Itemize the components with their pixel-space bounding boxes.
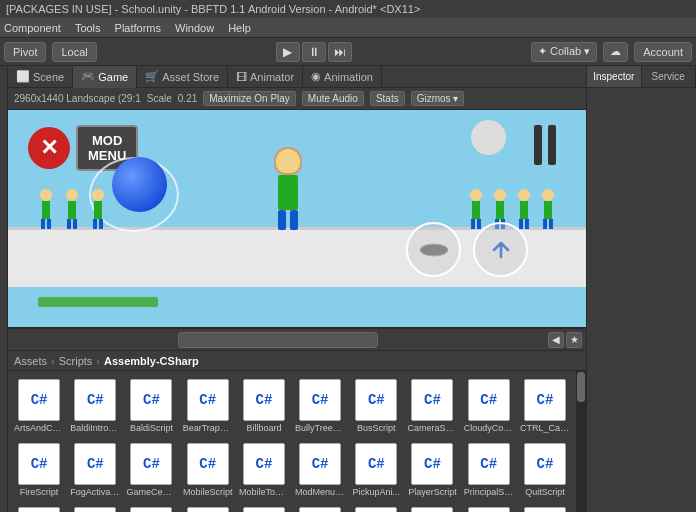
asset-search-input[interactable] — [178, 332, 378, 348]
asset-tool-left[interactable]: ◀ — [548, 332, 564, 348]
pivot-button[interactable]: Pivot — [4, 42, 46, 62]
asset-icon: C# — [18, 379, 60, 421]
asset-grid-area: C#ArtsAndCra...C#BaldiIntroS...C#BaldiSc… — [8, 371, 586, 512]
breadcrumb-assets[interactable]: Assets — [14, 355, 47, 367]
menu-bar: Component Tools Platforms Window Help — [0, 18, 696, 38]
maximize-button[interactable]: Maximize On Play — [203, 91, 296, 106]
asset-label: BaldiIntroS... — [70, 423, 120, 433]
asset-item[interactable]: C#SwingingDe... — [181, 503, 235, 512]
asset-item[interactable]: C#TrapSpawn... — [237, 503, 291, 512]
asset-item[interactable]: C#TreesScript — [349, 503, 403, 512]
inspector-tabs: Inspector Service — [587, 66, 696, 88]
tab-animation[interactable]: ◉Animation — [303, 66, 382, 88]
tab-game[interactable]: 🎮Game — [73, 66, 137, 88]
asset-item[interactable]: C#FireScript — [12, 439, 66, 501]
title-bar: [PACKAGES IN USE] - School.unity - BBFTD… — [0, 0, 696, 18]
asset-scroll: C#ArtsAndCra...C#BaldiIntroS...C#BaldiSc… — [8, 371, 576, 512]
asset-item[interactable]: C#ModMenuSc... — [293, 439, 347, 501]
scale-value: 0.21 — [178, 93, 197, 104]
tab-animator[interactable]: 🎞Animator — [228, 66, 303, 88]
gizmos-button[interactable]: Gizmos ▾ — [411, 91, 465, 106]
scale-label: Scale — [147, 93, 172, 104]
asset-icon: C# — [130, 507, 172, 512]
asset-icon: C# — [74, 379, 116, 421]
asset-item[interactable]: C#RunToggle — [12, 503, 66, 512]
menu-component[interactable]: Component — [4, 22, 61, 34]
character-1 — [37, 189, 55, 229]
breadcrumb-scripts[interactable]: Scripts — [59, 355, 93, 367]
local-button[interactable]: Local — [52, 42, 96, 62]
asset-item[interactable]: C#StartScript — [124, 503, 178, 512]
asset-item[interactable]: C#FogActivat... — [68, 439, 122, 501]
close-x-button[interactable]: ✕ — [28, 127, 70, 169]
asset-item[interactable]: C#CloudyCop... — [462, 375, 516, 437]
asset-icon: C# — [468, 379, 510, 421]
asset-scrollbar[interactable] — [576, 371, 586, 512]
character-2 — [63, 189, 81, 229]
asset-item[interactable]: C#PrincipalScr... — [462, 439, 516, 501]
mute-button[interactable]: Mute Audio — [302, 91, 364, 106]
asset-tool-star[interactable]: ★ — [566, 332, 582, 348]
account-button[interactable]: Account — [634, 42, 692, 62]
asset-item[interactable]: C#TreeScript — [293, 503, 347, 512]
asset-label: BullyTreeS... — [295, 423, 345, 433]
asset-icon: C# — [130, 379, 172, 421]
asset-item[interactable]: C#TutorBaldi... — [405, 503, 459, 512]
asset-icon: C# — [411, 379, 453, 421]
asset-item[interactable]: C#MobileTouc... — [237, 439, 291, 501]
menu-window[interactable]: Window — [175, 22, 214, 34]
asset-icon: C# — [243, 379, 285, 421]
asset-item[interactable]: C#BearTrapSc... — [181, 375, 235, 437]
tab-inspector[interactable]: Inspector — [587, 66, 642, 87]
menu-help[interactable]: Help — [228, 22, 251, 34]
asset-item[interactable]: C#QuitScript — [518, 439, 572, 501]
circle-button-right[interactable] — [473, 222, 528, 277]
breadcrumb: Assets › Scripts › Assembly-CSharp — [8, 351, 586, 371]
step-button[interactable]: ⏭ — [328, 42, 352, 62]
collab-button[interactable]: ✦ Collab ▾ — [531, 42, 597, 62]
menu-tools[interactable]: Tools — [75, 22, 101, 34]
asset-label: MobileScript — [183, 487, 233, 497]
tab-services[interactable]: Service — [642, 66, 697, 87]
asset-label: BusScript — [351, 423, 401, 433]
cloud-button[interactable]: ☁ — [603, 42, 628, 62]
circle-button-left[interactable] — [406, 222, 461, 277]
tab-asset-store[interactable]: 🛒Asset Store — [137, 66, 228, 88]
asset-item[interactable]: C#PickupAni... — [349, 439, 403, 501]
asset-item[interactable]: C#MobileScript — [181, 439, 235, 501]
asset-item[interactable]: C#GameCentr... — [124, 439, 178, 501]
asset-item[interactable]: C#PlayerScript — [405, 439, 459, 501]
asset-item[interactable]: C#BullyTreeS... — [293, 375, 347, 437]
asset-label: PickupAni... — [351, 487, 401, 497]
asset-item[interactable]: C#SlideshowS... — [68, 503, 122, 512]
main-layout: ⬜Scene 🎮Game 🛒Asset Store 🎞Animator ◉Ani… — [0, 66, 696, 512]
toolbar: Pivot Local ▶ ⏸ ⏭ ✦ Collab ▾ ☁ Account — [0, 38, 696, 66]
view-bar: 2960x1440 Landscape (29:1 Scale 0.21 Max… — [8, 88, 586, 110]
title-text: [PACKAGES IN USE] - School.unity - BBFTD… — [6, 3, 420, 15]
right-char-4 — [539, 189, 557, 229]
bottom-panel: ◀ ★ Assets › Scripts › Assembly-CSharp C… — [8, 327, 586, 512]
left-panel — [0, 66, 8, 512]
asset-icon: C# — [187, 443, 229, 485]
pause-button[interactable]: ⏸ — [302, 42, 326, 62]
menu-platforms[interactable]: Platforms — [115, 22, 161, 34]
play-button[interactable]: ▶ — [276, 42, 300, 62]
asset-toolbar: ◀ ★ — [8, 329, 586, 351]
breadcrumb-sep-1: › — [51, 355, 55, 367]
asset-icon: C# — [18, 443, 60, 485]
asset-item[interactable]: C#BaldiIntroS... — [68, 375, 122, 437]
asset-item[interactable]: C#ArtsAndCra... — [12, 375, 66, 437]
tab-scene[interactable]: ⬜Scene — [8, 66, 73, 88]
asset-item[interactable]: C#BusScript — [349, 375, 403, 437]
asset-item[interactable]: C#Billboard — [237, 375, 291, 437]
asset-item[interactable]: C#CTRL_Cam... — [518, 375, 572, 437]
asset-item[interactable]: C#WoodPicku... — [462, 503, 516, 512]
blue-ball — [112, 157, 167, 212]
asset-item[interactable]: C#WoodSpaw... — [518, 503, 572, 512]
asset-item[interactable]: C#BaldiScript — [124, 375, 178, 437]
stats-button[interactable]: Stats — [370, 91, 405, 106]
asset-icon: C# — [299, 379, 341, 421]
asset-label: FogActivat... — [70, 487, 120, 497]
asset-label: QuitScript — [520, 487, 570, 497]
asset-item[interactable]: C#CameraScr... — [405, 375, 459, 437]
